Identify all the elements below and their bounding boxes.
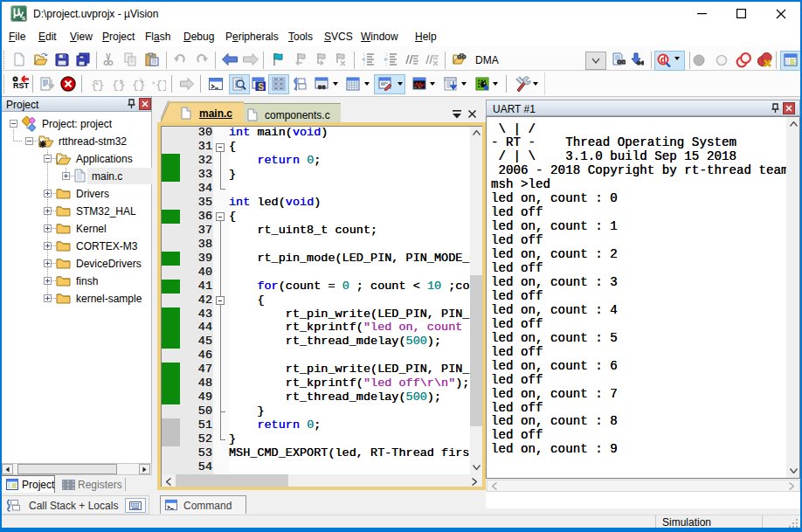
svg-text:S: S <box>258 82 264 92</box>
svg-text:{}: {} <box>156 79 166 91</box>
svg-text:{}: {} <box>132 79 145 91</box>
svg-text:{}: {} <box>112 79 125 91</box>
svg-text:d: d <box>660 55 666 65</box>
svg-text:s: s <box>22 14 26 22</box>
